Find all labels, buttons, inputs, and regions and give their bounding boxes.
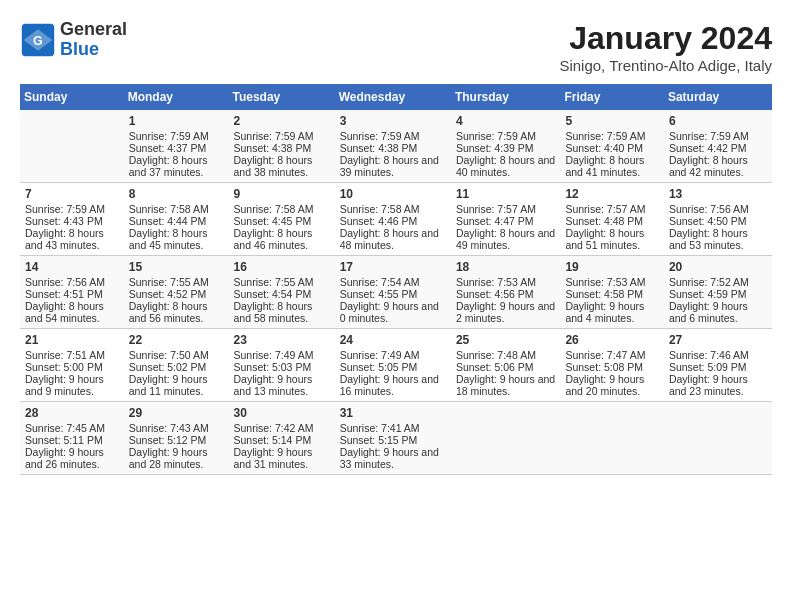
calendar-cell: 3Sunrise: 7:59 AMSunset: 4:38 PMDaylight…	[335, 110, 451, 183]
cell-content: 10Sunrise: 7:58 AMSunset: 4:46 PMDayligh…	[340, 187, 446, 251]
sunrise-text: Sunrise: 7:59 AM	[669, 130, 767, 142]
sunrise-text: Sunrise: 7:59 AM	[340, 130, 446, 142]
sunset-text: Sunset: 4:54 PM	[234, 288, 330, 300]
calendar-cell: 25Sunrise: 7:48 AMSunset: 5:06 PMDayligh…	[451, 329, 561, 402]
sunrise-text: Sunrise: 7:59 AM	[456, 130, 556, 142]
sunset-text: Sunset: 4:43 PM	[25, 215, 119, 227]
daylight-text: Daylight: 8 hours and 51 minutes.	[565, 227, 658, 251]
sunset-text: Sunset: 5:05 PM	[340, 361, 446, 373]
cell-content: 29Sunrise: 7:43 AMSunset: 5:12 PMDayligh…	[129, 406, 224, 470]
day-number: 13	[669, 187, 767, 201]
cell-content: 1Sunrise: 7:59 AMSunset: 4:37 PMDaylight…	[129, 114, 224, 178]
week-row-1: 7Sunrise: 7:59 AMSunset: 4:43 PMDaylight…	[20, 183, 772, 256]
sunrise-text: Sunrise: 7:55 AM	[129, 276, 224, 288]
daylight-text: Daylight: 9 hours and 33 minutes.	[340, 446, 446, 470]
day-number: 15	[129, 260, 224, 274]
daylight-text: Daylight: 9 hours and 20 minutes.	[565, 373, 658, 397]
cell-content: 4Sunrise: 7:59 AMSunset: 4:39 PMDaylight…	[456, 114, 556, 178]
sunrise-text: Sunrise: 7:54 AM	[340, 276, 446, 288]
sunrise-text: Sunrise: 7:46 AM	[669, 349, 767, 361]
day-number: 18	[456, 260, 556, 274]
sunrise-text: Sunrise: 7:43 AM	[129, 422, 224, 434]
calendar-cell: 7Sunrise: 7:59 AMSunset: 4:43 PMDaylight…	[20, 183, 124, 256]
calendar-cell: 18Sunrise: 7:53 AMSunset: 4:56 PMDayligh…	[451, 256, 561, 329]
day-number: 1	[129, 114, 224, 128]
sunrise-text: Sunrise: 7:59 AM	[234, 130, 330, 142]
sunset-text: Sunset: 4:50 PM	[669, 215, 767, 227]
sunset-text: Sunset: 5:03 PM	[234, 361, 330, 373]
sunset-text: Sunset: 5:02 PM	[129, 361, 224, 373]
sunset-text: Sunset: 4:40 PM	[565, 142, 658, 154]
cell-content: 9Sunrise: 7:58 AMSunset: 4:45 PMDaylight…	[234, 187, 330, 251]
calendar-cell	[451, 402, 561, 475]
header-friday: Friday	[560, 84, 663, 110]
daylight-text: Daylight: 8 hours and 41 minutes.	[565, 154, 658, 178]
sunrise-text: Sunrise: 7:53 AM	[565, 276, 658, 288]
cell-content: 25Sunrise: 7:48 AMSunset: 5:06 PMDayligh…	[456, 333, 556, 397]
header-tuesday: Tuesday	[229, 84, 335, 110]
day-number: 9	[234, 187, 330, 201]
daylight-text: Daylight: 9 hours and 2 minutes.	[456, 300, 556, 324]
daylight-text: Daylight: 9 hours and 6 minutes.	[669, 300, 767, 324]
day-number: 6	[669, 114, 767, 128]
logo-general: General	[60, 20, 127, 40]
calendar-table: SundayMondayTuesdayWednesdayThursdayFrid…	[20, 84, 772, 475]
sunset-text: Sunset: 5:06 PM	[456, 361, 556, 373]
cell-content: 21Sunrise: 7:51 AMSunset: 5:00 PMDayligh…	[25, 333, 119, 397]
sunset-text: Sunset: 4:51 PM	[25, 288, 119, 300]
header-thursday: Thursday	[451, 84, 561, 110]
sunrise-text: Sunrise: 7:53 AM	[456, 276, 556, 288]
daylight-text: Daylight: 8 hours and 48 minutes.	[340, 227, 446, 251]
sunrise-text: Sunrise: 7:50 AM	[129, 349, 224, 361]
day-number: 26	[565, 333, 658, 347]
calendar-cell: 23Sunrise: 7:49 AMSunset: 5:03 PMDayligh…	[229, 329, 335, 402]
daylight-text: Daylight: 8 hours and 39 minutes.	[340, 154, 446, 178]
sunset-text: Sunset: 4:44 PM	[129, 215, 224, 227]
calendar-cell: 28Sunrise: 7:45 AMSunset: 5:11 PMDayligh…	[20, 402, 124, 475]
week-row-4: 28Sunrise: 7:45 AMSunset: 5:11 PMDayligh…	[20, 402, 772, 475]
calendar-cell: 14Sunrise: 7:56 AMSunset: 4:51 PMDayligh…	[20, 256, 124, 329]
sunrise-text: Sunrise: 7:55 AM	[234, 276, 330, 288]
sunset-text: Sunset: 5:08 PM	[565, 361, 658, 373]
day-number: 4	[456, 114, 556, 128]
sunrise-text: Sunrise: 7:58 AM	[234, 203, 330, 215]
cell-content: 6Sunrise: 7:59 AMSunset: 4:42 PMDaylight…	[669, 114, 767, 178]
week-row-3: 21Sunrise: 7:51 AMSunset: 5:00 PMDayligh…	[20, 329, 772, 402]
daylight-text: Daylight: 8 hours and 37 minutes.	[129, 154, 224, 178]
sunrise-text: Sunrise: 7:49 AM	[234, 349, 330, 361]
sunset-text: Sunset: 4:47 PM	[456, 215, 556, 227]
logo-text: General Blue	[60, 20, 127, 60]
daylight-text: Daylight: 8 hours and 45 minutes.	[129, 227, 224, 251]
page-title: January 2024	[559, 20, 772, 57]
header-wednesday: Wednesday	[335, 84, 451, 110]
calendar-cell	[20, 110, 124, 183]
sunset-text: Sunset: 5:09 PM	[669, 361, 767, 373]
sunrise-text: Sunrise: 7:49 AM	[340, 349, 446, 361]
daylight-text: Daylight: 9 hours and 9 minutes.	[25, 373, 119, 397]
cell-content: 16Sunrise: 7:55 AMSunset: 4:54 PMDayligh…	[234, 260, 330, 324]
week-row-2: 14Sunrise: 7:56 AMSunset: 4:51 PMDayligh…	[20, 256, 772, 329]
cell-content: 17Sunrise: 7:54 AMSunset: 4:55 PMDayligh…	[340, 260, 446, 324]
sunrise-text: Sunrise: 7:59 AM	[129, 130, 224, 142]
sunset-text: Sunset: 4:38 PM	[340, 142, 446, 154]
sunrise-text: Sunrise: 7:45 AM	[25, 422, 119, 434]
sunset-text: Sunset: 5:12 PM	[129, 434, 224, 446]
calendar-cell: 9Sunrise: 7:58 AMSunset: 4:45 PMDaylight…	[229, 183, 335, 256]
sunrise-text: Sunrise: 7:56 AM	[669, 203, 767, 215]
cell-content: 30Sunrise: 7:42 AMSunset: 5:14 PMDayligh…	[234, 406, 330, 470]
calendar-cell: 17Sunrise: 7:54 AMSunset: 4:55 PMDayligh…	[335, 256, 451, 329]
calendar-cell: 21Sunrise: 7:51 AMSunset: 5:00 PMDayligh…	[20, 329, 124, 402]
day-number: 30	[234, 406, 330, 420]
cell-content: 20Sunrise: 7:52 AMSunset: 4:59 PMDayligh…	[669, 260, 767, 324]
day-number: 7	[25, 187, 119, 201]
cell-content: 3Sunrise: 7:59 AMSunset: 4:38 PMDaylight…	[340, 114, 446, 178]
daylight-text: Daylight: 8 hours and 43 minutes.	[25, 227, 119, 251]
day-number: 21	[25, 333, 119, 347]
calendar-cell: 4Sunrise: 7:59 AMSunset: 4:39 PMDaylight…	[451, 110, 561, 183]
sunset-text: Sunset: 4:52 PM	[129, 288, 224, 300]
cell-content: 26Sunrise: 7:47 AMSunset: 5:08 PMDayligh…	[565, 333, 658, 397]
sunrise-text: Sunrise: 7:59 AM	[25, 203, 119, 215]
cell-content: 8Sunrise: 7:58 AMSunset: 4:44 PMDaylight…	[129, 187, 224, 251]
cell-content: 19Sunrise: 7:53 AMSunset: 4:58 PMDayligh…	[565, 260, 658, 324]
calendar-cell: 2Sunrise: 7:59 AMSunset: 4:38 PMDaylight…	[229, 110, 335, 183]
